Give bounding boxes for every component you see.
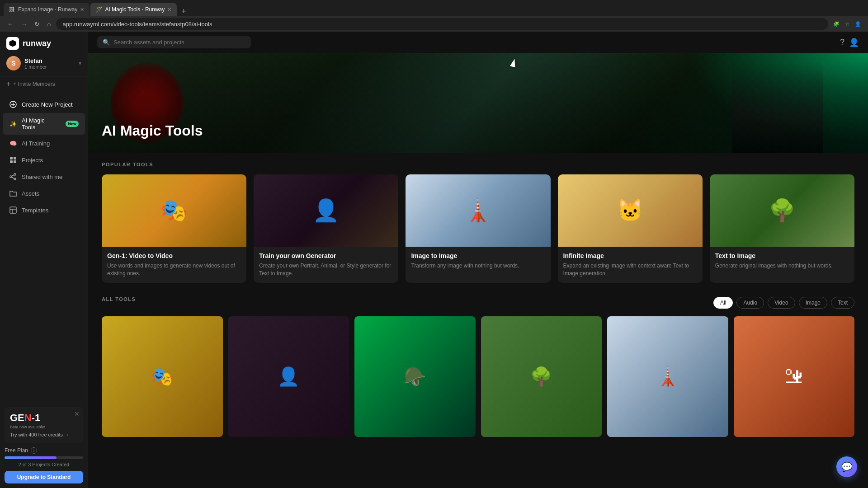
tab-2-title: AI Magic Tools - Runway [105,6,165,13]
tab-2-close[interactable]: ✕ [167,7,171,13]
filter-image-button[interactable]: Image [799,297,827,309]
main-header: 🔍 ? 👤 [88,32,868,53]
refresh-button[interactable]: ↻ [33,19,42,28]
sidebar-item-projects[interactable]: Projects [3,152,85,168]
sidebar-item-assets-label: Assets [22,190,39,197]
user-section[interactable]: S Stefan 1 member ▾ [6,56,81,70]
tool-card-img2img[interactable]: Image to Image Transform any image with … [406,174,550,283]
chat-button[interactable]: 💬 [836,456,857,477]
svg-rect-8 [10,207,16,213]
upgrade-button[interactable]: Upgrade to Standard [5,471,83,483]
tool-card-train-gen-image [254,174,398,247]
filter-audio-button[interactable]: Audio [736,297,764,309]
browser-toolbar: ← → ↻ ⌂ 🧩 ☆ 👤 [0,16,868,32]
gen1-logo: GEN-1 [10,412,78,424]
create-icon [9,100,17,108]
projects-progress-fill [5,456,57,459]
tool-card-infinite-img[interactable]: Infinite Image Expand an existing image … [558,174,703,283]
bookmark-icon[interactable]: ☆ [843,19,852,28]
tool-card-infinite-img-image [558,174,703,247]
svg-point-7 [14,178,16,180]
user-role: 1 member [24,64,75,70]
svg-point-5 [14,174,16,175]
sidebar-item-shared-label: Shared with me [22,174,62,180]
search-bar: 🔍 [97,36,251,48]
filter-video-button[interactable]: Video [768,297,795,309]
back-button[interactable]: ← [5,19,15,28]
projects-progress-bar [5,456,83,459]
projects-count: 2 of 3 Projects Created [5,462,83,467]
tab-1-favicon: 🖼 [9,6,15,13]
share-icon [9,173,17,181]
runway-logo-icon [6,37,19,50]
grid-icon [9,156,17,164]
sidebar-nav: Create New Project ✨ AI Magic Tools New … [0,92,88,402]
sidebar-item-shared[interactable]: Shared with me [3,169,85,185]
extensions-icon[interactable]: 🧩 [832,19,841,28]
profile-icon[interactable]: 👤 [854,19,863,28]
hero-silhouette [732,62,823,153]
all-tool-card-5[interactable]: 🗼 [607,316,728,437]
all-tool-card-3[interactable]: 🪖 [354,316,476,437]
all-tool-card-2[interactable]: 👤 [228,316,349,437]
popular-tools-grid: Gen-1: Video to Video Use words and imag… [102,174,854,283]
sidebar-item-templates-label: Templates [22,207,48,214]
sidebar-item-templates[interactable]: Templates [3,202,85,218]
home-button[interactable]: ⌂ [45,19,52,28]
brain-icon: 🧠 [9,139,17,147]
sidebar-bottom: ✕ GEN-1 Beta now available! Try with 400… [0,402,88,488]
folder-icon [9,189,17,197]
filter-text-button[interactable]: Text [831,297,854,309]
sidebar-item-ai-tools-label: AI Magic Tools [22,117,59,131]
tool-card-train-gen[interactable]: Train your own Generator Create your own… [254,174,398,283]
tool-card-txt2img-image [710,174,854,247]
all-tool-card-4[interactable]: 🌳 [481,316,602,437]
invite-members-button[interactable]: + + Invite Members [0,76,88,92]
sidebar-item-ai-training[interactable]: 🧠 AI Training [3,135,85,151]
user-profile-icon[interactable]: 👤 [849,38,859,47]
tab-1-close[interactable]: ✕ [80,7,84,13]
tool-card-infinite-img-desc: Expand an existing image with context aw… [563,262,697,277]
sidebar: runway S Stefan 1 member ▾ + + Invite Me… [0,32,88,488]
sidebar-item-ai-tools[interactable]: ✨ AI Magic Tools New [3,113,85,135]
sidebar-item-create-label: Create New Project [22,101,73,108]
address-bar[interactable] [56,18,828,30]
help-icon[interactable]: ? [840,38,844,47]
sidebar-item-projects-label: Projects [22,157,43,164]
avatar: S [6,56,21,70]
sidebar-item-assets[interactable]: Assets [3,185,85,202]
svg-rect-3 [10,160,13,163]
user-info: Stefan 1 member [24,57,75,70]
promo-link[interactable]: Try with 400 free credits → [10,432,78,437]
forward-button[interactable]: → [19,19,29,28]
sidebar-item-create[interactable]: Create New Project [3,96,85,113]
gen1-promo-card: ✕ GEN-1 Beta now available! Try with 400… [5,407,83,443]
browser-tab-1[interactable]: 🖼 Expand Image - Runway ✕ [4,3,90,16]
new-badge: New [66,121,79,127]
hero-banner: AI Magic Tools [88,53,868,153]
tool-card-img2img-image [406,174,550,247]
browser-tab-2[interactable]: 🪄 AI Magic Tools - Runway ✕ [90,3,177,16]
tool-card-txt2img[interactable]: Text to Image Generate original images w… [710,174,854,283]
all-tool-card-1[interactable]: 🎭 [102,316,223,437]
svg-rect-4 [14,160,16,163]
all-tool-card-6[interactable]: 🏜 [734,316,855,437]
free-plan-label: Free Plan [5,447,28,454]
browser-chrome: 🖼 Expand Image - Runway ✕ 🪄 AI Magic Too… [0,0,868,32]
tool-card-img2img-title: Image to Image [411,252,545,259]
tool-card-gen1-title: Gen-1: Video to Video [107,252,241,259]
tool-card-gen1[interactable]: Gen-1: Video to Video Use words and imag… [102,174,246,283]
user-name: Stefan [24,57,75,64]
search-input[interactable] [113,39,245,46]
browser-tab-bar: 🖼 Expand Image - Runway ✕ 🪄 AI Magic Too… [0,0,868,16]
tool-card-gen1-image [102,174,246,247]
main-tools-content: POPULAR TOOLS Gen-1: Video to Video Use … [88,153,868,446]
filter-all-button[interactable]: All [713,297,733,309]
wand-icon: ✨ [9,120,17,128]
svg-rect-1 [10,157,13,160]
content-scroll-area: AI Magic Tools POPULAR TOOLS Gen-1: Vide… [88,53,868,488]
info-icon[interactable]: i [31,447,37,454]
new-tab-button[interactable]: + [178,7,190,16]
main-content-area: 🔍 ? 👤 AI Magic Tools POPULAR TOOLS [88,32,868,488]
promo-close-button[interactable]: ✕ [74,410,80,418]
